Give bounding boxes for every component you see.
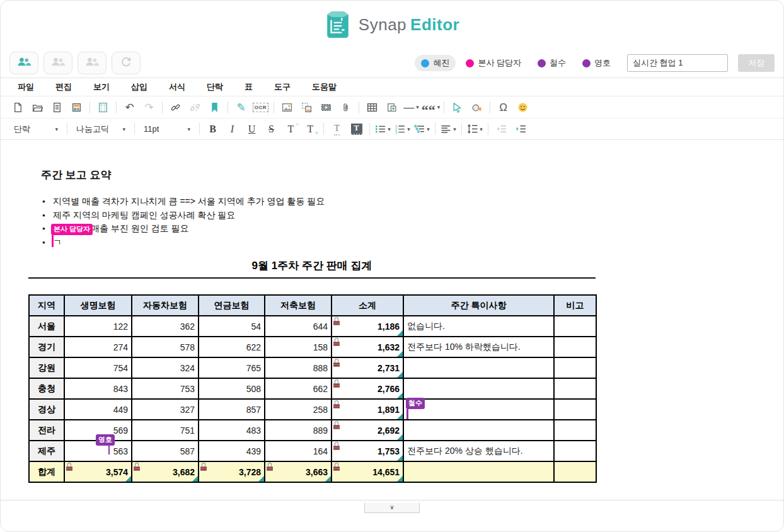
collaboration-users-button[interactable]: [9, 52, 38, 74]
value-cell[interactable]: 3,663: [265, 461, 331, 482]
value-cell[interactable]: 587: [132, 441, 199, 461]
value-cell[interactable]: 888: [265, 357, 331, 378]
template-button[interactable]: [67, 99, 86, 116]
paragraph-style-select[interactable]: 단락▾: [8, 120, 64, 137]
subscript-button[interactable]: Tv: [301, 120, 320, 137]
region-cell[interactable]: 제주: [29, 441, 64, 461]
remark-cell[interactable]: [554, 399, 596, 420]
redo-button[interactable]: ↷: [139, 99, 159, 116]
note-cell[interactable]: [403, 378, 554, 399]
subtotal-cell[interactable]: 1,186: [331, 316, 403, 337]
table-header-cell[interactable]: 자동차보험: [132, 295, 199, 316]
menu-item-table[interactable]: 표: [234, 81, 263, 93]
ocr-button[interactable]: OCR: [251, 99, 270, 116]
highlight-color-button[interactable]: T: [347, 120, 366, 137]
subtotal-cell[interactable]: 2,731: [331, 357, 403, 378]
note-cell[interactable]: [403, 420, 554, 441]
document-title-input[interactable]: [627, 54, 728, 72]
note-cell[interactable]: 철수: [403, 399, 554, 420]
table-title[interactable]: 9월 1주차 주간 판매 집계: [28, 258, 596, 273]
bullet-item[interactable]: ㄱ: [42, 236, 584, 250]
page-layout-button[interactable]: [93, 99, 113, 116]
collapse-toolbar-button[interactable]: ∨: [364, 503, 420, 513]
value-cell[interactable]: 3,574: [64, 461, 132, 482]
menu-item-tools[interactable]: 도구: [263, 81, 301, 93]
note-cell[interactable]: 전주보다 10% 하락했습니다.: [403, 337, 554, 357]
bullet-item[interactable]: 제주 지역의 마케팅 캠페인 성공사례 확산 필요: [42, 209, 584, 223]
remark-cell[interactable]: [554, 357, 596, 378]
shape-draw-button[interactable]: [467, 99, 487, 116]
special-character-button[interactable]: Ω: [493, 99, 513, 116]
bookmark-button[interactable]: [205, 99, 224, 116]
bold-button[interactable]: B: [203, 120, 222, 137]
italic-button[interactable]: I: [222, 120, 242, 137]
remark-cell[interactable]: [554, 378, 596, 399]
menu-item-paragraph[interactable]: 단락: [196, 81, 234, 93]
note-cell[interactable]: [403, 357, 554, 378]
value-cell[interactable]: 164: [265, 441, 331, 461]
value-cell[interactable]: 622: [199, 337, 265, 357]
video-button[interactable]: [316, 99, 336, 116]
value-cell[interactable]: 843: [64, 378, 132, 399]
table-header-cell[interactable]: 비고: [554, 295, 596, 316]
table-header-cell[interactable]: 연금보험: [199, 295, 265, 316]
note-cell[interactable]: 없습니다.: [403, 316, 554, 337]
open-document-button[interactable]: [28, 99, 47, 116]
subtotal-cell[interactable]: 1,753: [331, 441, 403, 461]
note-cell[interactable]: 전주보다 20% 상승 했습니다.: [403, 441, 554, 461]
numbered-list-button[interactable]: 123▾: [393, 120, 412, 137]
value-cell[interactable]: 644: [265, 316, 331, 337]
value-cell[interactable]: 122: [64, 316, 132, 337]
table-header-cell[interactable]: 소계: [331, 295, 403, 316]
value-cell[interactable]: 889: [265, 420, 331, 441]
region-cell[interactable]: 충청: [29, 378, 64, 399]
table-title-block[interactable]: 9월 1주차 주간 판매 집계: [28, 258, 596, 279]
value-cell[interactable]: 54: [199, 316, 265, 337]
menu-item-insert[interactable]: 삽입: [120, 81, 158, 93]
subtotal-cell[interactable]: 2,692: [331, 420, 403, 441]
table-header-cell[interactable]: 생명보험: [64, 295, 132, 316]
text-color-button[interactable]: T: [327, 120, 347, 137]
region-cell[interactable]: 강원: [29, 357, 64, 378]
frame-insert-button[interactable]: [382, 99, 401, 116]
value-cell[interactable]: 753: [132, 378, 199, 399]
collaborator-chip[interactable]: 본사 담당자: [459, 55, 527, 71]
subtotal-cell[interactable]: 1,632: [331, 337, 403, 357]
subtotal-cell[interactable]: 2,766: [331, 378, 403, 399]
bullet-item[interactable]: 생명보험 매출 부진 원인 검토 필요: [42, 222, 584, 236]
region-cell[interactable]: 경상: [29, 399, 64, 420]
value-cell[interactable]: 449: [64, 399, 132, 420]
value-cell[interactable]: 508: [199, 378, 265, 399]
table-insert-button[interactable]: [362, 99, 382, 116]
value-cell[interactable]: 258: [265, 399, 331, 420]
bullet-list[interactable]: 지역별 매출 격차가 지나치게 큼 ==> 서울 지역에 추가 영업 활동 필요…: [42, 195, 584, 249]
collaborator-chip[interactable]: 철수: [531, 55, 572, 71]
emoji-button[interactable]: [513, 99, 533, 116]
quote-button[interactable]: ““▾: [421, 99, 441, 116]
font-family-select[interactable]: 나눔고딕▾: [71, 120, 131, 137]
collaborator-chip[interactable]: 영호: [576, 55, 617, 71]
value-cell[interactable]: 274: [64, 337, 132, 357]
menu-item-file[interactable]: 파일: [7, 81, 45, 93]
outdent-button[interactable]: [492, 120, 511, 137]
sales-table[interactable]: 지역생명보험자동차보험연금보험저축보험소계주간 특이사항비고서울12236254…: [28, 294, 597, 483]
value-cell[interactable]: 754: [64, 357, 132, 378]
indent-button[interactable]: [511, 120, 531, 137]
table-header-cell[interactable]: 주간 특이사항: [403, 295, 554, 316]
link-button[interactable]: [166, 99, 185, 116]
table-header-cell[interactable]: 저축보험: [265, 295, 331, 316]
pen-insert-button[interactable]: ✎: [231, 99, 251, 116]
value-cell[interactable]: 857: [199, 399, 265, 420]
multilevel-list-button[interactable]: ▾: [412, 120, 432, 137]
remark-cell[interactable]: [554, 420, 596, 441]
region-cell[interactable]: 경기: [29, 337, 64, 357]
value-cell[interactable]: 578: [132, 337, 199, 357]
strikethrough-button[interactable]: S: [262, 120, 281, 137]
value-cell[interactable]: 3,682: [132, 461, 199, 482]
line-spacing-button[interactable]: ▾: [465, 120, 485, 137]
value-cell[interactable]: 765: [199, 357, 265, 378]
value-cell[interactable]: 662: [265, 378, 331, 399]
subtotal-cell[interactable]: 1,891: [331, 399, 403, 420]
value-cell[interactable]: 362: [132, 316, 199, 337]
new-document-button[interactable]: [8, 99, 28, 116]
